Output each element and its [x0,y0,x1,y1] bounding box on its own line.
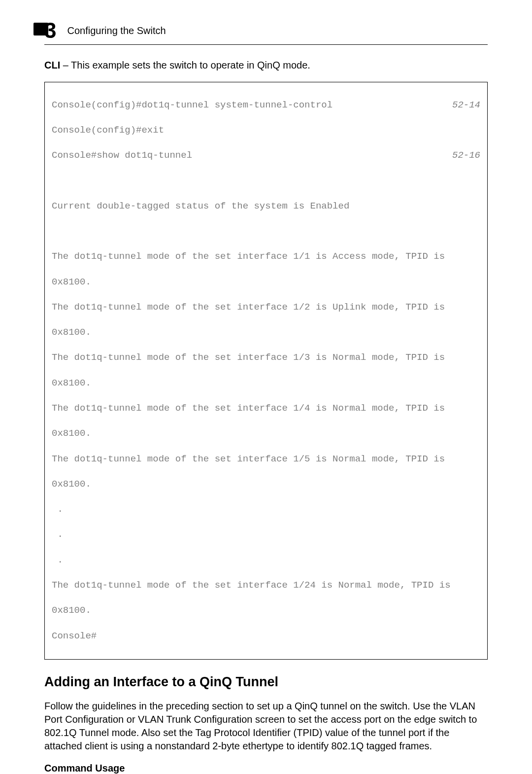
cli-line: Console# [52,630,480,643]
cli-line: 0x8100. [52,604,480,617]
cli-line: . [52,554,480,567]
cli-line: 0x8100. [52,478,480,491]
cli-line: . [52,503,480,516]
cli-line: The dot1q-tunnel mode of the set interfa… [52,352,480,364]
cli-line: Console#show dot1q-tunnel [52,149,192,162]
cli-ref: 52-16 [452,149,480,162]
command-usage-heading: Command Usage [44,763,488,774]
intro-paragraph: CLI – This example sets the switch to op… [44,59,488,72]
chapter-badge: 3 [44,20,56,41]
cli-label: CLI [44,60,60,70]
section-heading: Adding an Interface to a QinQ Tunnel [44,674,488,690]
cli-output-box: Console(config)#dot1q-tunnel system-tunn… [44,82,488,660]
cli-line: 0x8100. [52,427,480,440]
cli-line: The dot1q-tunnel mode of the set interfa… [52,453,480,466]
cli-line: 0x8100. [52,377,480,390]
cli-ref: 52-14 [452,99,480,112]
cli-line: Console(config)#dot1q-tunnel system-tunn… [52,99,332,112]
cli-line: Current double-tagged status of the syst… [52,200,480,213]
intro-text: – This example sets the switch to operat… [60,60,310,70]
cli-line: 0x8100. [52,276,480,289]
cli-line: Console(config)#exit [52,124,480,137]
cli-line: The dot1q-tunnel mode of the set interfa… [52,301,480,314]
cli-line: The dot1q-tunnel mode of the set interfa… [52,250,480,263]
cli-line: 0x8100. [52,326,480,339]
section-paragraph: Follow the guidelines in the preceding s… [44,700,488,753]
chapter-title: Configuring the Switch [67,25,166,36]
cli-line: The dot1q-tunnel mode of the set interfa… [52,579,480,592]
cli-line: The dot1q-tunnel mode of the set interfa… [52,402,480,415]
chapter-number: 3 [44,18,56,42]
cli-line: . [52,528,480,541]
page-header: 3 Configuring the Switch [44,20,488,45]
